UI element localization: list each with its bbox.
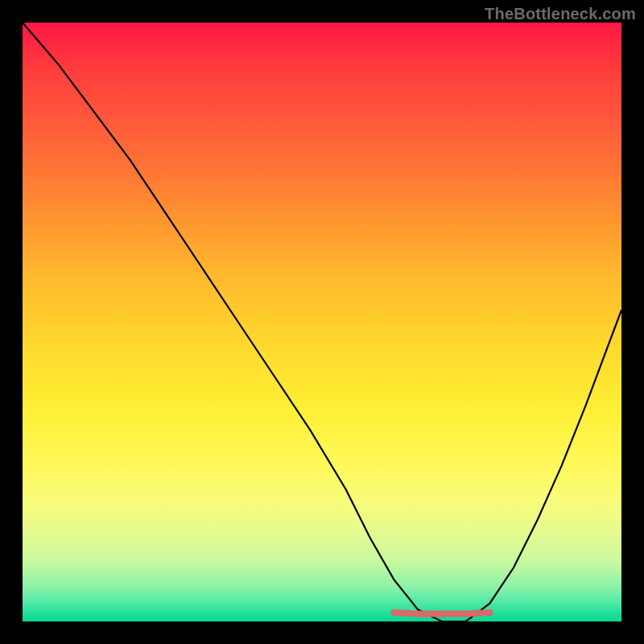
plot-area [23,23,621,621]
chart-svg [23,23,621,621]
optimal-zone-highlight [394,613,489,614]
watermark-text: TheBottleneck.com [485,5,636,23]
bottleneck-curve [23,23,621,621]
chart-container: TheBottleneck.com [0,0,644,644]
